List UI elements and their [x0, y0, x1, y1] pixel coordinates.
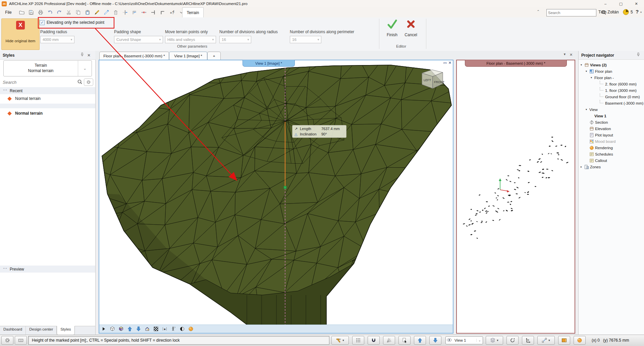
tree-item-mood-board[interactable]: Mood board: [579, 138, 644, 145]
wire-cube-icon[interactable]: [108, 325, 117, 333]
copy-icon[interactable]: [74, 9, 83, 16]
contrast-icon[interactable]: [178, 325, 186, 333]
print-icon[interactable]: [36, 9, 45, 16]
play-icon[interactable]: [99, 325, 108, 333]
tree-item-section[interactable]: Section: [579, 119, 644, 125]
floorplan-header-badge[interactable]: Floor plan - Basement (-3000 mm) *: [465, 60, 567, 67]
trim-icon[interactable]: [149, 9, 158, 16]
keyboard-button[interactable]: [15, 336, 27, 345]
chevron-down-icon[interactable]: ⌄: [78, 61, 92, 76]
hide-original-item-button[interactable]: X Hide original item: [1, 18, 40, 50]
tab-floor-plan[interactable]: Floor plan - Basement (-3000 mm) *: [99, 52, 169, 60]
offset-icon[interactable]: [130, 9, 139, 16]
view3d-window[interactable]: View 1 [Image] * ▭ ✕ ↗ Length 7637.4 mm …: [99, 60, 453, 334]
tree-item-schedules[interactable]: Schedules: [579, 151, 644, 157]
arrow-down-button[interactable]: [429, 336, 441, 345]
open-folder-icon[interactable]: [17, 9, 26, 16]
brush-icon[interactable]: [93, 9, 101, 16]
field-4-dropdown[interactable]: 16▾: [219, 36, 251, 43]
shaded-cube-icon[interactable]: [117, 325, 125, 333]
tree-item-floor-plan-[interactable]: ▾Floor plan -: [579, 74, 644, 81]
texture-house-icon[interactable]: [143, 325, 152, 333]
magnet-button[interactable]: [368, 336, 380, 345]
hammer-3d-button[interactable]: 3D▼: [331, 336, 349, 345]
panel-tab-styles[interactable]: Styles: [57, 326, 74, 335]
help-button[interactable]: ?: [636, 9, 639, 14]
style-list-item[interactable]: Normal terrain: [0, 110, 95, 117]
chevron-down-icon[interactable]: ▾: [246, 38, 251, 41]
chevron-down-icon[interactable]: ⌄: [476, 339, 483, 342]
checker-icon[interactable]: [152, 325, 160, 333]
pin-icon[interactable]: [80, 52, 87, 58]
layers-button[interactable]: ▼: [486, 336, 503, 345]
delete-icon[interactable]: [111, 9, 120, 16]
render-ball-icon[interactable]: [186, 325, 195, 333]
tab-add-button[interactable]: +: [207, 52, 221, 60]
style-search-input[interactable]: [0, 79, 77, 85]
elevate-only-selected-point-checkbox[interactable]: ✓ Elevating only the selected point: [40, 19, 104, 26]
select-page-button[interactable]: [398, 336, 411, 345]
tree-item-elevation[interactable]: Elevation: [579, 125, 644, 132]
view3d-header-badge[interactable]: View 1 [Image] *: [243, 60, 295, 67]
orbit-button[interactable]: [506, 336, 519, 345]
tree-item-rendering[interactable]: Rendering: [579, 145, 644, 151]
tab-view1-image[interactable]: View 1 [Image] *: [169, 52, 207, 60]
restore-icon[interactable]: ▭: [443, 61, 446, 65]
ribbon-collapse-icon[interactable]: ⌃: [537, 9, 543, 14]
checkbox-check-icon[interactable]: ✓: [40, 20, 45, 25]
tree-item-view-1[interactable]: View 1: [579, 113, 644, 119]
measure-query-icon[interactable]: +?+: [168, 9, 176, 16]
tree-item-plot-layout[interactable]: Plot layout: [579, 132, 644, 138]
film-button[interactable]: [558, 336, 570, 345]
finish-button[interactable]: Finish: [383, 19, 401, 44]
gear-icon[interactable]: [84, 78, 93, 86]
tree-item-ground-floor-0-mm-[interactable]: Ground floor (0 mm): [579, 94, 644, 100]
style-category-selector[interactable]: Terrain Normal terrain ⌄: [3, 60, 92, 76]
tree-item-view[interactable]: ▾View: [579, 106, 644, 113]
chevron-down-icon[interactable]: ▾: [157, 38, 163, 41]
help-caret-icon[interactable]: ▾: [640, 11, 642, 14]
chevron-down-icon[interactable]: ▾: [316, 38, 321, 41]
expander-open-icon[interactable]: ▾: [586, 70, 589, 73]
panel-tab-dashboard[interactable]: Dashboard: [0, 326, 26, 335]
polyline-button[interactable]: ▼: [537, 336, 555, 345]
terrain-mesh[interactable]: [99, 60, 453, 325]
arrow-up-button[interactable]: [414, 336, 426, 345]
field-3-dropdown[interactable]: Hills and valleys▾: [165, 36, 216, 43]
search-input[interactable]: [547, 11, 601, 15]
expander-open-icon[interactable]: ▾: [586, 108, 589, 111]
active-view-combo[interactable]: View 1 ⌄: [445, 336, 483, 344]
undo-icon[interactable]: [46, 9, 54, 16]
tree-item-basement-3000-mm-[interactable]: Basement (-3000 mm): [579, 100, 644, 106]
chevron-down-icon[interactable]: ▾: [69, 38, 74, 41]
node-snap-icon[interactable]: [121, 9, 129, 16]
tree-item-floor-plan[interactable]: ▾Floor plan: [579, 68, 644, 74]
chevron-down-icon[interactable]: ▾: [210, 38, 216, 41]
floorplan-window[interactable]: Floor plan - Basement (-3000 mm) *: [456, 60, 575, 334]
field-2-dropdown[interactable]: Curved Shape▾: [114, 36, 163, 43]
expander-open-icon[interactable]: ▾: [591, 76, 594, 79]
navigation-cube[interactable]: LEFT FRONT: [417, 68, 447, 91]
redo-icon[interactable]: [55, 9, 64, 16]
arrow-down-icon[interactable]: [134, 325, 143, 333]
floorplan-points[interactable]: [457, 60, 575, 333]
file-menu-button[interactable]: File: [2, 8, 15, 17]
cut-icon[interactable]: [64, 9, 73, 16]
tree-item-1-floor-3000-mm-[interactable]: 1. floor (3000 mm): [579, 87, 644, 94]
preview-section-header[interactable]: ⌃⌃ Preview: [0, 266, 95, 273]
search-icon[interactable]: [77, 79, 83, 85]
save-icon[interactable]: [27, 9, 36, 16]
tree-item-2-floor-6000-mm-[interactable]: 2. floor (6000 mm): [579, 81, 644, 87]
fan-lines-button[interactable]: [383, 336, 395, 345]
tab-menu-icon[interactable]: ▼: [563, 53, 566, 57]
tree-item-views-2-[interactable]: ▾Views (2): [579, 62, 644, 68]
close-icon[interactable]: ✕: [448, 61, 451, 65]
raxis-button[interactable]: R: [522, 336, 534, 345]
cancel-button[interactable]: Cancel: [402, 19, 420, 44]
tree-item-zones[interactable]: ▸2Zones: [579, 164, 644, 170]
pin-icon[interactable]: [636, 52, 644, 58]
star-snap-icon[interactable]: ★: [160, 325, 169, 333]
panel-tab-design-center[interactable]: Design center: [26, 326, 57, 335]
license-clock-icon[interactable]: [623, 9, 629, 16]
expander-open-icon[interactable]: ▾: [581, 63, 584, 66]
